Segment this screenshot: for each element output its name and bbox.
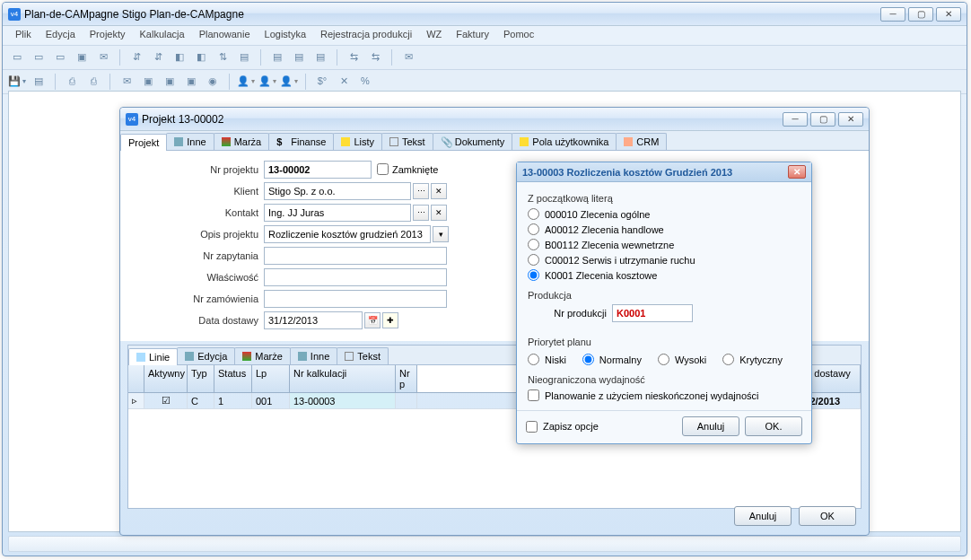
menu-faktury[interactable]: Faktury [449, 26, 496, 45]
toolbar-icon[interactable]: ⇆ [366, 48, 384, 66]
cell-aktywny[interactable]: ☑ [144, 393, 188, 408]
save-icon[interactable]: 💾 [8, 72, 26, 90]
tab-marza[interactable]: Marża [214, 133, 270, 150]
input-klient[interactable] [264, 182, 411, 200]
dialog-anuluj-button[interactable]: Anuluj [682, 416, 739, 436]
menu-plik[interactable]: Plik [8, 26, 39, 45]
dialog-titlebar[interactable]: 13-00003 Rozliczenia kosztów Grudzień 20… [517, 162, 811, 182]
radio-normalny[interactable]: Normalny [582, 352, 642, 367]
input-kontakt[interactable] [264, 204, 411, 222]
radio-a00012[interactable]: A00012 Zlecenia handlowe [528, 222, 800, 237]
radio-wysoki[interactable]: Wysoki [658, 352, 706, 367]
klient-clear-button[interactable]: ✕ [431, 183, 447, 199]
dialog-ok-button[interactable]: OK. [745, 416, 802, 436]
toolbar-icon[interactable]: ▤ [311, 48, 329, 66]
toolbar-icon[interactable]: ▣ [139, 72, 157, 90]
person-icon[interactable]: 👤 [258, 72, 276, 90]
toolbar-icon[interactable]: ✕ [335, 72, 353, 90]
toolbar-icon[interactable]: ◧ [192, 48, 210, 66]
input-nr-projektu[interactable] [264, 161, 372, 179]
tab-pola[interactable]: Pola użytkownika [512, 133, 617, 150]
input-nr-zapytania[interactable] [264, 247, 447, 265]
tab-inne[interactable]: Inne [166, 133, 214, 150]
toolbar-icon[interactable]: ▤ [30, 72, 48, 90]
grid-tab-edycja[interactable]: Edycja [177, 347, 235, 364]
input-wlasciwosc[interactable] [264, 268, 447, 286]
grid-col-selector[interactable] [128, 365, 144, 392]
main-titlebar[interactable]: v4 Plan-de-CAMpagne Stigo Plan-de-CAMpag… [3, 3, 967, 26]
input-data-dostawy[interactable] [264, 311, 363, 329]
toolbar-icon[interactable]: ⇵ [149, 48, 167, 66]
toolbar-icon[interactable]: ▣ [73, 48, 91, 66]
grid-tab-marze[interactable]: Marże [234, 347, 291, 364]
cell-nrkalk[interactable]: 13-00003 [290, 393, 396, 408]
menu-pomoc[interactable]: Pomoc [496, 26, 541, 45]
toolbar-icon[interactable]: ⎙ [84, 72, 102, 90]
toolbar-icon[interactable]: ⇵ [127, 48, 145, 66]
menu-edycja[interactable]: Edycja [39, 26, 83, 45]
toolbar-icon[interactable]: ◧ [171, 48, 188, 66]
checkbox-wydajnosc[interactable]: Planowanie z użyciem nieskończonej wydaj… [528, 388, 800, 403]
grid-tab-inne[interactable]: Inne [290, 347, 337, 364]
menu-kalkulacja[interactable]: Kalkulacja [133, 26, 192, 45]
grid-col-aktywny[interactable]: Aktywny [144, 365, 188, 392]
toolbar-icon[interactable]: ▤ [235, 48, 253, 66]
maximize-button[interactable]: ▢ [908, 7, 933, 22]
tab-projekt[interactable]: Projekt [120, 134, 167, 151]
input-nr-zamowienia[interactable] [264, 290, 447, 308]
klient-lookup-button[interactable]: ⋯ [413, 183, 429, 199]
menu-rejestracja[interactable]: Rejestracja produkcji [313, 26, 419, 45]
tab-finanse[interactable]: $Finanse [268, 133, 334, 150]
input-nr-produkcji[interactable] [612, 304, 693, 322]
radio-niski[interactable]: Niski [528, 352, 566, 367]
radio-000010[interactable]: 000010 Zlecenia ogólne [528, 206, 800, 222]
grid-col-nrp[interactable]: Nr p [396, 365, 417, 392]
minimize-button[interactable]: ─ [880, 7, 905, 22]
toolbar-icon[interactable]: ✉ [118, 72, 136, 90]
input-opis[interactable] [264, 225, 431, 243]
zamkniete-checkbox[interactable]: Zamknięte [377, 163, 438, 175]
toolbar-icon[interactable]: ▭ [51, 48, 69, 66]
toolbar-icon[interactable]: ▤ [290, 48, 308, 66]
toolbar-icon[interactable]: ✉ [94, 48, 112, 66]
tab-crm[interactable]: CRM [616, 133, 667, 150]
minimize-button[interactable]: ─ [783, 112, 808, 127]
grid-col-nrkalk[interactable]: Nr kalkulacji [290, 365, 396, 392]
toolbar-icon[interactable]: ⇅ [214, 48, 232, 66]
close-button[interactable]: ✕ [838, 112, 863, 127]
grid-tab-linie[interactable]: Linie [128, 348, 178, 365]
tab-dokumenty[interactable]: 📎Dokumenty [433, 133, 513, 150]
grid-col-typ[interactable]: Typ [188, 365, 214, 392]
opis-dropdown-button[interactable]: ▾ [433, 226, 449, 242]
toolbar-icon[interactable]: $° [313, 72, 331, 90]
print-icon[interactable]: ⎙ [63, 72, 81, 90]
toolbar-icon[interactable]: ▭ [8, 48, 26, 66]
calendar-button[interactable]: 📅 [364, 312, 381, 328]
radio-b00112[interactable]: B00112 Zlecenia wewnetrzne [528, 237, 800, 252]
calendar-add-button[interactable]: ✚ [382, 312, 398, 328]
menu-logistyka[interactable]: Logistyka [258, 26, 313, 45]
radio-k0001[interactable]: K0001 Zlecenia kosztowe [528, 267, 800, 283]
menu-wz[interactable]: WZ [419, 26, 449, 45]
kontakt-clear-button[interactable]: ✕ [431, 205, 447, 221]
toolbar-icon[interactable]: ✉ [399, 48, 417, 66]
radio-c00012[interactable]: C00012 Serwis i utrzymanie ruchu [528, 252, 800, 267]
toolbar-icon[interactable]: ▭ [30, 48, 48, 66]
project-ok-button[interactable]: OK [799, 506, 856, 526]
close-button[interactable]: ✕ [936, 7, 961, 22]
person-icon[interactable]: 👤 [237, 72, 255, 90]
toolbar-icon[interactable]: ▤ [268, 48, 286, 66]
grid-tab-tekst[interactable]: Tekst [337, 347, 389, 364]
dialog-close-button[interactable]: ✕ [788, 165, 806, 179]
toolbar-icon[interactable]: ⇆ [345, 48, 363, 66]
project-titlebar[interactable]: v4 Projekt 13-00002 ─ ▢ ✕ [120, 108, 869, 131]
toolbar-icon[interactable]: ▣ [182, 72, 200, 90]
tab-tekst[interactable]: Tekst [381, 133, 433, 150]
project-anuluj-button[interactable]: Anuluj [734, 506, 792, 526]
radio-krytyczny[interactable]: Krytyczny [722, 352, 783, 367]
maximize-button[interactable]: ▢ [810, 112, 835, 127]
grid-col-status[interactable]: Status [214, 365, 252, 392]
percent-icon[interactable]: % [356, 72, 374, 90]
toolbar-icon[interactable]: ◉ [204, 72, 222, 90]
checkbox-zapisz-opcje[interactable]: Zapisz opcje [526, 419, 599, 434]
